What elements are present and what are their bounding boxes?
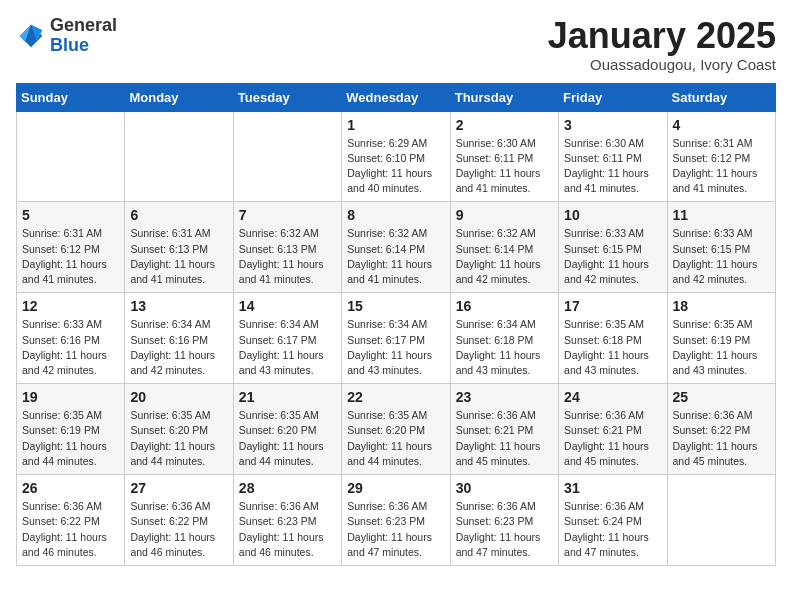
day-number: 26 — [22, 480, 119, 496]
day-info: Sunrise: 6:34 AM Sunset: 6:17 PM Dayligh… — [347, 317, 444, 378]
day-info: Sunrise: 6:35 AM Sunset: 6:18 PM Dayligh… — [564, 317, 661, 378]
day-info: Sunrise: 6:36 AM Sunset: 6:23 PM Dayligh… — [239, 499, 336, 560]
calendar-cell: 7Sunrise: 6:32 AM Sunset: 6:13 PM Daylig… — [233, 202, 341, 293]
day-info: Sunrise: 6:35 AM Sunset: 6:19 PM Dayligh… — [22, 408, 119, 469]
calendar-cell: 3Sunrise: 6:30 AM Sunset: 6:11 PM Daylig… — [559, 111, 667, 202]
day-number: 25 — [673, 389, 770, 405]
day-info: Sunrise: 6:36 AM Sunset: 6:21 PM Dayligh… — [564, 408, 661, 469]
calendar-cell — [17, 111, 125, 202]
day-info: Sunrise: 6:30 AM Sunset: 6:11 PM Dayligh… — [456, 136, 553, 197]
calendar-cell: 24Sunrise: 6:36 AM Sunset: 6:21 PM Dayli… — [559, 384, 667, 475]
day-info: Sunrise: 6:32 AM Sunset: 6:14 PM Dayligh… — [456, 226, 553, 287]
weekday-header: Saturday — [667, 83, 775, 111]
calendar-cell: 2Sunrise: 6:30 AM Sunset: 6:11 PM Daylig… — [450, 111, 558, 202]
calendar-cell: 28Sunrise: 6:36 AM Sunset: 6:23 PM Dayli… — [233, 475, 341, 566]
day-number: 29 — [347, 480, 444, 496]
weekday-header: Monday — [125, 83, 233, 111]
calendar-cell: 21Sunrise: 6:35 AM Sunset: 6:20 PM Dayli… — [233, 384, 341, 475]
calendar-cell: 16Sunrise: 6:34 AM Sunset: 6:18 PM Dayli… — [450, 293, 558, 384]
day-info: Sunrise: 6:35 AM Sunset: 6:20 PM Dayligh… — [239, 408, 336, 469]
weekday-header: Wednesday — [342, 83, 450, 111]
day-number: 22 — [347, 389, 444, 405]
day-info: Sunrise: 6:33 AM Sunset: 6:15 PM Dayligh… — [673, 226, 770, 287]
calendar-cell: 6Sunrise: 6:31 AM Sunset: 6:13 PM Daylig… — [125, 202, 233, 293]
logo: General Blue — [16, 16, 117, 56]
day-number: 23 — [456, 389, 553, 405]
weekday-header-row: SundayMondayTuesdayWednesdayThursdayFrid… — [17, 83, 776, 111]
day-number: 1 — [347, 117, 444, 133]
calendar-cell: 17Sunrise: 6:35 AM Sunset: 6:18 PM Dayli… — [559, 293, 667, 384]
calendar-cell: 8Sunrise: 6:32 AM Sunset: 6:14 PM Daylig… — [342, 202, 450, 293]
day-number: 16 — [456, 298, 553, 314]
day-info: Sunrise: 6:32 AM Sunset: 6:13 PM Dayligh… — [239, 226, 336, 287]
calendar-cell: 9Sunrise: 6:32 AM Sunset: 6:14 PM Daylig… — [450, 202, 558, 293]
calendar-cell: 20Sunrise: 6:35 AM Sunset: 6:20 PM Dayli… — [125, 384, 233, 475]
calendar-cell: 26Sunrise: 6:36 AM Sunset: 6:22 PM Dayli… — [17, 475, 125, 566]
day-info: Sunrise: 6:36 AM Sunset: 6:22 PM Dayligh… — [22, 499, 119, 560]
day-info: Sunrise: 6:33 AM Sunset: 6:15 PM Dayligh… — [564, 226, 661, 287]
day-info: Sunrise: 6:36 AM Sunset: 6:22 PM Dayligh… — [673, 408, 770, 469]
day-info: Sunrise: 6:34 AM Sunset: 6:16 PM Dayligh… — [130, 317, 227, 378]
logo-general: General — [50, 15, 117, 35]
day-number: 6 — [130, 207, 227, 223]
calendar-cell: 25Sunrise: 6:36 AM Sunset: 6:22 PM Dayli… — [667, 384, 775, 475]
day-info: Sunrise: 6:29 AM Sunset: 6:10 PM Dayligh… — [347, 136, 444, 197]
day-number: 21 — [239, 389, 336, 405]
day-number: 10 — [564, 207, 661, 223]
calendar-cell: 14Sunrise: 6:34 AM Sunset: 6:17 PM Dayli… — [233, 293, 341, 384]
calendar-week-row: 5Sunrise: 6:31 AM Sunset: 6:12 PM Daylig… — [17, 202, 776, 293]
day-info: Sunrise: 6:36 AM Sunset: 6:23 PM Dayligh… — [456, 499, 553, 560]
calendar-cell: 10Sunrise: 6:33 AM Sunset: 6:15 PM Dayli… — [559, 202, 667, 293]
day-info: Sunrise: 6:31 AM Sunset: 6:12 PM Dayligh… — [22, 226, 119, 287]
calendar-table: SundayMondayTuesdayWednesdayThursdayFrid… — [16, 83, 776, 566]
calendar-cell: 4Sunrise: 6:31 AM Sunset: 6:12 PM Daylig… — [667, 111, 775, 202]
day-number: 2 — [456, 117, 553, 133]
calendar-cell: 27Sunrise: 6:36 AM Sunset: 6:22 PM Dayli… — [125, 475, 233, 566]
logo-text: General Blue — [50, 16, 117, 56]
day-info: Sunrise: 6:32 AM Sunset: 6:14 PM Dayligh… — [347, 226, 444, 287]
day-number: 15 — [347, 298, 444, 314]
day-number: 7 — [239, 207, 336, 223]
day-info: Sunrise: 6:34 AM Sunset: 6:18 PM Dayligh… — [456, 317, 553, 378]
calendar-week-row: 26Sunrise: 6:36 AM Sunset: 6:22 PM Dayli… — [17, 475, 776, 566]
day-info: Sunrise: 6:36 AM Sunset: 6:21 PM Dayligh… — [456, 408, 553, 469]
day-number: 4 — [673, 117, 770, 133]
logo-blue: Blue — [50, 35, 89, 55]
day-number: 30 — [456, 480, 553, 496]
day-number: 12 — [22, 298, 119, 314]
calendar-cell: 18Sunrise: 6:35 AM Sunset: 6:19 PM Dayli… — [667, 293, 775, 384]
day-number: 27 — [130, 480, 227, 496]
weekday-header: Thursday — [450, 83, 558, 111]
day-number: 9 — [456, 207, 553, 223]
calendar-cell: 1Sunrise: 6:29 AM Sunset: 6:10 PM Daylig… — [342, 111, 450, 202]
calendar-week-row: 12Sunrise: 6:33 AM Sunset: 6:16 PM Dayli… — [17, 293, 776, 384]
day-info: Sunrise: 6:34 AM Sunset: 6:17 PM Dayligh… — [239, 317, 336, 378]
day-number: 31 — [564, 480, 661, 496]
month-title: January 2025 — [548, 16, 776, 56]
calendar-cell: 29Sunrise: 6:36 AM Sunset: 6:23 PM Dayli… — [342, 475, 450, 566]
day-info: Sunrise: 6:36 AM Sunset: 6:22 PM Dayligh… — [130, 499, 227, 560]
location-subtitle: Ouassadougou, Ivory Coast — [548, 56, 776, 73]
day-info: Sunrise: 6:36 AM Sunset: 6:24 PM Dayligh… — [564, 499, 661, 560]
day-info: Sunrise: 6:35 AM Sunset: 6:20 PM Dayligh… — [130, 408, 227, 469]
day-info: Sunrise: 6:33 AM Sunset: 6:16 PM Dayligh… — [22, 317, 119, 378]
day-info: Sunrise: 6:30 AM Sunset: 6:11 PM Dayligh… — [564, 136, 661, 197]
calendar-cell: 13Sunrise: 6:34 AM Sunset: 6:16 PM Dayli… — [125, 293, 233, 384]
day-number: 17 — [564, 298, 661, 314]
day-number: 19 — [22, 389, 119, 405]
weekday-header: Tuesday — [233, 83, 341, 111]
day-number: 11 — [673, 207, 770, 223]
calendar-week-row: 1Sunrise: 6:29 AM Sunset: 6:10 PM Daylig… — [17, 111, 776, 202]
weekday-header: Sunday — [17, 83, 125, 111]
day-number: 3 — [564, 117, 661, 133]
calendar-cell: 19Sunrise: 6:35 AM Sunset: 6:19 PM Dayli… — [17, 384, 125, 475]
calendar-cell: 15Sunrise: 6:34 AM Sunset: 6:17 PM Dayli… — [342, 293, 450, 384]
calendar-cell: 12Sunrise: 6:33 AM Sunset: 6:16 PM Dayli… — [17, 293, 125, 384]
day-number: 24 — [564, 389, 661, 405]
day-number: 5 — [22, 207, 119, 223]
day-number: 18 — [673, 298, 770, 314]
calendar-cell: 23Sunrise: 6:36 AM Sunset: 6:21 PM Dayli… — [450, 384, 558, 475]
calendar-cell: 30Sunrise: 6:36 AM Sunset: 6:23 PM Dayli… — [450, 475, 558, 566]
day-info: Sunrise: 6:35 AM Sunset: 6:20 PM Dayligh… — [347, 408, 444, 469]
day-number: 8 — [347, 207, 444, 223]
